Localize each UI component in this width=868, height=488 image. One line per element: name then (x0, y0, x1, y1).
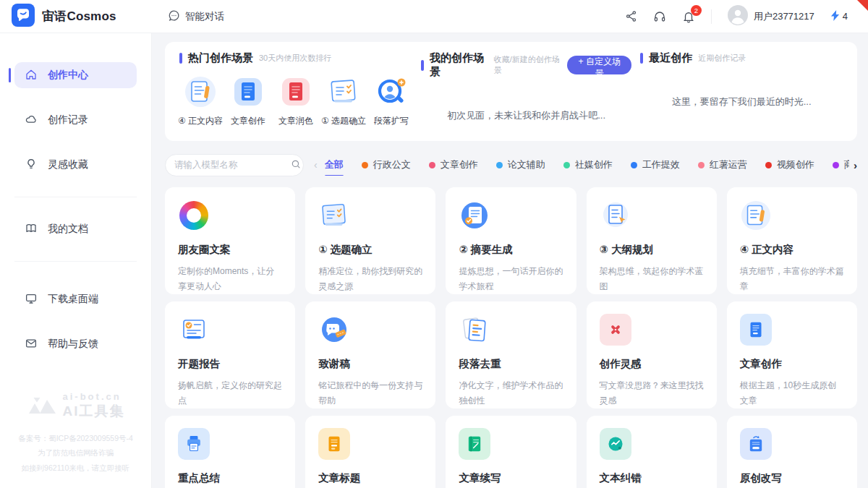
tab-thesis-assist[interactable]: 论文辅助 (496, 154, 545, 176)
sidebar-item-help-feedback[interactable]: 帮助与反馈 (14, 331, 137, 357)
card-title: 文章创作 (740, 357, 844, 371)
sidebar-item-label: 灵感收藏 (48, 158, 88, 171)
tab-admin-docs[interactable]: 行政公文 (362, 154, 411, 176)
user-account[interactable]: 用户23771217 (728, 5, 814, 27)
card-article-title[interactable]: 文章标题 根据主题及文章内容，生成候选标题 (305, 416, 435, 488)
model-card-grid: 朋友圈文案 定制你的Moments，让分享更动人心 ① 选题确立 精准定位，助你… (165, 187, 857, 488)
custom-scene-button[interactable]: + 自定义场景 (567, 56, 631, 74)
sidebar-item-my-documents[interactable]: 我的文档 (14, 216, 137, 242)
scenes-panel: 热门创作场景 30天内使用次数排行 ④ 正文内容 文章创作 文章润色 (165, 42, 857, 141)
card-topic-selection[interactable]: ① 选题确立 精准定位，助你找到研究的灵感之源 (305, 187, 435, 294)
notice-line-1: 为了防范电信网络诈骗 (0, 445, 151, 460)
hot-scene-article-writing[interactable]: 文章创作 (227, 75, 269, 127)
hot-scene-topic-selection[interactable]: ① 选题确立 (323, 75, 365, 127)
sidebar-divider (14, 197, 137, 197)
nav-smart-chat[interactable]: 智能对话 (168, 9, 224, 24)
hot-scene-body-content[interactable]: ④ 正文内容 (179, 75, 221, 127)
card-title: 致谢稿 (318, 357, 422, 371)
tab-social-media[interactable]: 社媒创作 (563, 154, 613, 176)
checklist-icon (327, 75, 360, 108)
card-creative-inspiration[interactable]: 创作灵感 写文章没思路？来这里找找灵感 (587, 301, 717, 408)
card-desc: 精准定位，助你找到研究的灵感之源 (318, 264, 422, 294)
recent-creations-section: 最近创作 近期创作记录 这里，要留存下我们最近的时光... (640, 51, 843, 134)
card-title: 重点总结 (178, 471, 282, 485)
notification-badge: 2 (691, 5, 702, 16)
recent-title: 最近创作 (649, 51, 692, 65)
card-title: 原创改写 (740, 471, 844, 485)
category-dot (429, 162, 435, 168)
model-search[interactable] (165, 154, 304, 176)
card-outline-planning[interactable]: ③ 大纲规划 架构思维，筑起你的学术蓝图 (587, 187, 717, 294)
topbar: 宙语Cosmos 智能对话 2 用户23771217 4 (0, 0, 868, 33)
chevron-right-icon[interactable]: › (849, 159, 857, 171)
card-abstract-generation[interactable]: ② 摘要生成 提炼思想，一句话开启你的学术旅程 (446, 187, 576, 294)
card-article-continue[interactable]: 文章续写 延续风格续写文章 (446, 416, 576, 488)
section-accent-bar (421, 60, 424, 71)
lightbulb-icon (25, 158, 38, 173)
app-title: 宙语Cosmos (42, 8, 116, 25)
mail-icon (25, 337, 38, 352)
tab-all[interactable]: 全部 (325, 154, 344, 176)
card-title: 段落去重 (459, 357, 563, 371)
inspiration-cross-icon (600, 314, 631, 346)
card-title: ② 摘要生成 (459, 243, 563, 257)
notification-bell-icon[interactable]: 2 (682, 10, 695, 23)
card-title: 文本纠错 (600, 471, 704, 485)
card-text-proofread[interactable]: 文本纠错 智能修正错别字，纠正语法错误 (587, 416, 717, 488)
card-body-content[interactable]: ④ 正文内容 填充细节，丰富你的学术篇章 (727, 187, 857, 294)
card-title: 文章续写 (459, 471, 563, 485)
tab-business-marketing[interactable]: 商业营销 (833, 154, 849, 176)
card-original-rewrite[interactable]: 原创改写 主题不变，智能改写文章 (727, 416, 857, 488)
tab-article-writing[interactable]: 文章创作 (429, 154, 478, 176)
tab-video-creation[interactable]: 视频创作 (765, 154, 814, 176)
card-desc: 铭记旅程中的每一份支持与帮助 (318, 378, 422, 408)
sidebar-item-creation-center[interactable]: 创作中心 (14, 62, 137, 88)
corner-ribbon (857, 0, 868, 11)
icp-line: 备案号：蜀ICP备2023009559号-4 (0, 431, 151, 445)
category-tabs: 全部 行政公文 文章创作 论文辅助 社媒创作 工作提效 红薯运营 视频创作 商业… (325, 154, 849, 176)
outline-doc-icon (600, 200, 631, 231)
report-check-icon (178, 314, 210, 346)
energy-count: 4 (843, 11, 848, 22)
my-scenes-title: 我的创作场景 (430, 51, 488, 79)
card-title: ① 选题确立 (318, 243, 422, 257)
abstract-doc-icon (459, 200, 490, 231)
sidebar-item-download-desktop[interactable]: 下载桌面端 (14, 286, 137, 312)
chevron-left-icon[interactable]: ‹ (314, 159, 318, 171)
card-key-summary[interactable]: 重点总结 文章重点内容总结 (165, 416, 295, 488)
hot-scene-article-polish[interactable]: 文章润色 (275, 75, 317, 127)
nav-smart-chat-label: 智能对话 (185, 10, 224, 23)
section-accent-bar (640, 53, 643, 64)
brand[interactable]: 宙语Cosmos (0, 4, 152, 29)
card-desc: 提炼思想，一句话开启你的学术旅程 (459, 264, 563, 294)
energy-counter[interactable]: 4 (830, 10, 848, 23)
my-scenes-subtitle: 收藏/新建的创作场景 (494, 54, 561, 76)
card-desc: 扬帆启航，定义你的研究起点 (178, 378, 282, 408)
search-icon[interactable] (291, 159, 301, 171)
card-paragraph-dedupe[interactable]: 段落去重 净化文字，维护学术作品的独创性 (446, 301, 576, 408)
documents-icon (25, 222, 38, 237)
card-title: 文章标题 (318, 471, 422, 485)
card-opening-report[interactable]: 开题报告 扬帆启航，定义你的研究起点 (165, 301, 295, 408)
search-input[interactable] (174, 160, 291, 170)
card-acknowledgement[interactable]: 致谢稿 铭记旅程中的每一份支持与帮助 (305, 301, 435, 408)
hot-scenes-title: 热门创作场景 (188, 51, 253, 65)
tab-xiaohongshu-ops[interactable]: 红薯运营 (698, 154, 747, 176)
section-accent-bar (179, 53, 182, 64)
hot-scenes-section: 热门创作场景 30天内使用次数排行 ④ 正文内容 文章创作 文章润色 (179, 51, 421, 134)
card-title: ④ 正文内容 (740, 243, 844, 257)
card-article-creation[interactable]: 文章创作 根据主题，10秒生成原创文章 (727, 301, 857, 408)
sidebar-item-inspiration-favorites[interactable]: 灵感收藏 (14, 152, 137, 178)
monitor-icon (25, 292, 38, 307)
share-icon[interactable] (625, 10, 637, 22)
hot-scene-paragraph-expand[interactable]: 段落扩写 (370, 75, 412, 127)
sidebar-item-creation-records[interactable]: 创作记录 (14, 107, 137, 133)
sidebar-item-label: 下载桌面端 (48, 293, 98, 306)
sidebar: 创作中心 创作记录 灵感收藏 我的文档 下载桌面端 帮助与反馈 ai-bo (0, 33, 152, 488)
headphones-icon[interactable] (653, 10, 666, 23)
watermark: ai-bot.cn AI工具集 备案号：蜀ICP备2023009559号-4 为… (0, 391, 151, 475)
card-moments-copy[interactable]: 朋友圈文案 定制你的Moments，让分享更动人心 (165, 187, 295, 294)
category-dot (563, 162, 570, 168)
recent-empty-text: 这里，要留存下我们最近的时光... (640, 95, 843, 108)
tab-work-efficiency[interactable]: 工作提效 (631, 154, 680, 176)
